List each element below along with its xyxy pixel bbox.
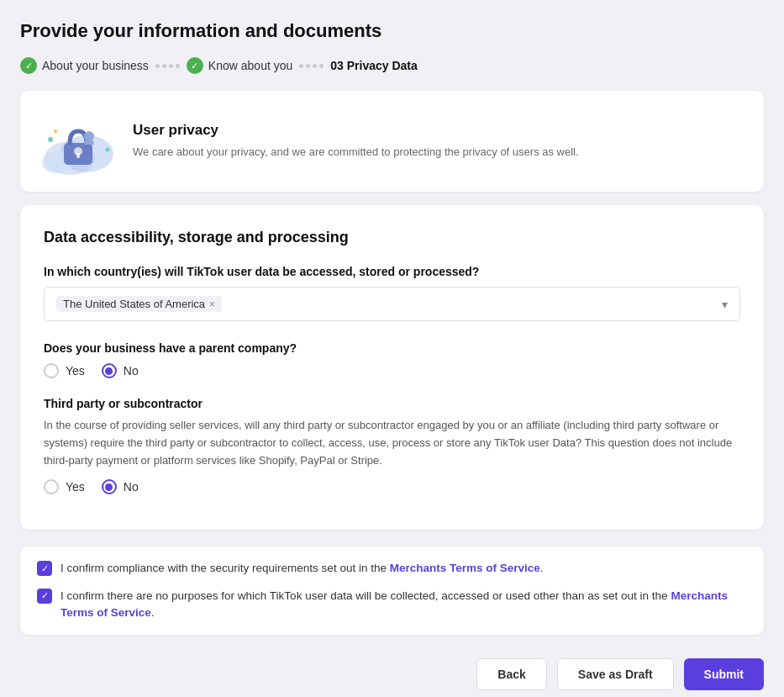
parent-company-radio-group: Yes No [44, 363, 740, 378]
parent-no-option[interactable]: No [102, 363, 139, 378]
main-card: Data accessibility, storage and processi… [20, 205, 764, 530]
country-select[interactable]: The United States of America × ▾ [44, 287, 740, 321]
privacy-icon-wrapper [40, 108, 116, 175]
page-title: Provide your information and documents [20, 20, 764, 42]
checkbox-section: ✓ I confirm compliance with the security… [20, 547, 764, 635]
step-about-business: ✓ About your business [20, 57, 149, 74]
footer-buttons: Back Save as Draft Submit [20, 645, 764, 694]
subcontractor-radio-group: Yes No [44, 479, 740, 494]
privacy-banner-desc: We care about your privacy, and we are c… [133, 144, 579, 161]
svg-point-8 [54, 129, 57, 133]
parent-no-radio[interactable] [102, 363, 117, 378]
confirm2-text: I confirm there are no purposes for whic… [61, 588, 747, 622]
sub-yes-radio[interactable] [44, 479, 59, 494]
step-know-about-you: ✓ Know about you [187, 57, 292, 74]
subcontractor-block: Third party or subcontractor In the cour… [44, 397, 740, 494]
parent-yes-option[interactable]: Yes [44, 363, 85, 378]
confirm1-link[interactable]: Merchants Terms of Service [390, 562, 540, 574]
checkbox-row-2: ✓ I confirm there are no purposes for wh… [37, 588, 747, 622]
privacy-banner: User privacy We care about your privacy,… [20, 91, 764, 192]
step-dots-1 [155, 64, 180, 68]
svg-point-9 [106, 148, 110, 152]
svg-point-7 [48, 137, 53, 142]
subcontractor-desc: In the course of providing seller servic… [44, 417, 740, 469]
country-tag-text: The United States of America [63, 298, 205, 310]
sub-no-option[interactable]: No [102, 479, 139, 494]
stepper: ✓ About your business ✓ Know about you 0… [20, 57, 764, 74]
country-question-label: In which country(ies) will TikTok user d… [44, 265, 740, 278]
parent-company-label: Does your business have a parent company… [44, 341, 740, 355]
sub-no-radio-fill [105, 483, 113, 491]
privacy-illustration [40, 108, 120, 179]
sub-no-radio[interactable] [102, 479, 117, 494]
back-button[interactable]: Back [476, 658, 546, 690]
save-draft-button[interactable]: Save as Draft [557, 658, 674, 690]
parent-yes-label: Yes [66, 364, 85, 378]
step-label-about-business: About your business [42, 59, 149, 72]
chevron-down-icon: ▾ [722, 298, 728, 311]
section-title: Data accessibility, storage and processi… [44, 229, 740, 246]
submit-button[interactable]: Submit [684, 658, 764, 690]
step-check-know-about-you: ✓ [187, 57, 203, 74]
step-label-know-about-you: Know about you [208, 59, 292, 72]
parent-company-block: Does your business have a parent company… [44, 341, 740, 378]
parent-yes-radio[interactable] [44, 363, 59, 378]
checkbox-check-2: ✓ [41, 589, 49, 603]
parent-no-label: No [124, 364, 139, 378]
country-remove-icon[interactable]: × [209, 298, 215, 310]
sub-yes-option[interactable]: Yes [44, 479, 85, 494]
step-label-privacy-data: 03 Privacy Data [330, 59, 418, 72]
checkbox-check-1: ✓ [41, 562, 49, 576]
step-dots-2 [299, 64, 324, 68]
sub-no-label: No [124, 480, 139, 494]
checkbox-2[interactable]: ✓ [37, 589, 52, 604]
step-privacy-data: 03 Privacy Data [330, 59, 418, 72]
step-check-about-business: ✓ [20, 57, 37, 74]
sub-yes-label: Yes [66, 480, 85, 494]
subcontractor-title: Third party or subcontractor [44, 397, 740, 410]
privacy-text: User privacy We care about your privacy,… [133, 122, 579, 161]
checkbox-row-1: ✓ I confirm compliance with the security… [37, 560, 747, 577]
privacy-banner-title: User privacy [133, 122, 579, 139]
checkbox-1[interactable]: ✓ [37, 561, 52, 576]
confirm1-text: I confirm compliance with the security r… [61, 560, 544, 577]
parent-no-radio-fill [105, 367, 113, 375]
svg-rect-5 [76, 153, 80, 158]
country-tag: The United States of America × [56, 296, 222, 312]
